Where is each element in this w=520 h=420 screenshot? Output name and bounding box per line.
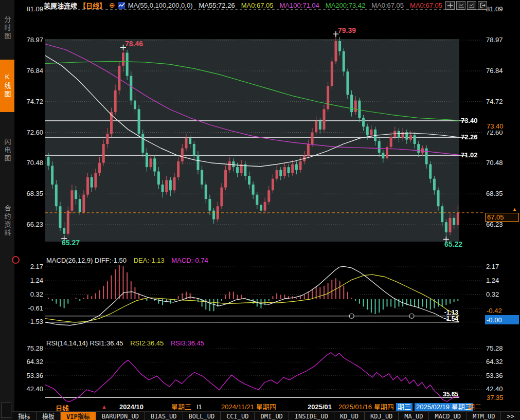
rsi3-label: RSI3:36.45 — [171, 339, 204, 347]
ma-value-label: MA100:71.04 — [280, 2, 319, 9]
period-arrow-icon: ▲ — [101, 404, 107, 410]
rsi-params-label: RSI(14,14,14) RSI1:36.45 — [46, 339, 123, 347]
rsi-header: RSI(14,14,14) RSI1:36.45 RSI2:36.45 RSI3… — [46, 339, 204, 347]
ma-value-label: MA0:67.05 — [241, 2, 274, 9]
rsi-tag-orange: 37.35 — [485, 394, 519, 401]
y-axis-label: 81.09 — [14, 5, 43, 13]
ma-settings: MA(55,0,100,200,0,0) — [128, 2, 193, 9]
sidebar: 分时图K线图闪电图合约资料 — [0, 0, 14, 420]
date-axis-label: 期三 — [396, 403, 413, 411]
bottom-tab[interactable]: CCI_UD — [221, 412, 255, 420]
y-axis-label: 70.48 — [486, 159, 518, 167]
add-indicator-icon[interactable]: ⊕ — [109, 2, 115, 9]
y-axis-label: 53.36 — [14, 372, 43, 380]
y-axis-label: 0.32 — [486, 290, 518, 299]
bottom-tab[interactable]: BOLL_UD — [183, 412, 221, 420]
export-button[interactable] — [478, 1, 487, 10]
right-axis-chart-button[interactable] — [467, 1, 476, 10]
y-axis-label: 72.60 — [14, 129, 43, 137]
macd-params-label: MACD(26,12,9) DIFF:-1.50 — [46, 257, 127, 264]
bottom-tab[interactable]: DMI_UD — [255, 412, 289, 420]
y-axis-label: 2.17 — [486, 263, 518, 271]
y-axis-label: 68.35 — [14, 190, 43, 198]
sidebar-item-lightning[interactable]: 闪电图 — [0, 125, 14, 176]
bottom-tab[interactable]: KDJ_UD — [365, 412, 399, 420]
y-axis-label: 66.23 — [14, 221, 43, 229]
rsi2-label: RSI2:36.45 — [130, 339, 164, 347]
left-axis-chart-icon — [458, 3, 464, 8]
ma-value-label: MA0:67.05 — [371, 2, 404, 9]
bottom-tab[interactable]: INSIDE_UD — [289, 412, 334, 420]
bottom-tab[interactable]: 模板 — [37, 412, 61, 420]
sidebar-item-kline[interactable]: K线图 — [0, 60, 14, 112]
y-axis-label: -1.53 — [14, 318, 43, 326]
period-badge[interactable]: 【日线】 — [79, 1, 106, 10]
bottom-tab[interactable]: MA_UD — [399, 412, 429, 420]
ma-values: MA55:72.26MA0:67.05MA100:71.04MA200:73.4… — [193, 2, 442, 9]
sidebar-item-label: K线图 — [3, 73, 12, 99]
chart-canvas[interactable] — [0, 0, 520, 420]
bottom-tab[interactable]: >> — [501, 412, 520, 420]
bottom-tab[interactable]: VIP指标 — [61, 412, 96, 420]
price-tag-7340: 73.40 — [485, 122, 519, 131]
y-axis-label: 78.97 — [14, 36, 43, 44]
price-line-label: 71.02 — [461, 151, 478, 159]
bottom-tab[interactable]: MACD_UD — [429, 412, 467, 420]
macd-tag-blue: -0.00 — [485, 315, 519, 324]
y-axis-label: 81.09 — [486, 5, 518, 13]
y-axis-label: 68.35 — [486, 190, 518, 198]
last-price-tag: 67.05 — [485, 213, 519, 222]
chart-toolbar — [445, 1, 487, 10]
y-axis-label: 64.32 — [14, 358, 43, 366]
y-axis-label: 75.28 — [486, 344, 518, 353]
y-axis-label: 42.40 — [486, 385, 518, 393]
panel-drag-handle[interactable] — [1, 403, 11, 418]
sidebar-item-label: 合约资料 — [3, 205, 12, 238]
y-axis-label: 1.24 — [14, 277, 43, 285]
y-axis-label: 76.84 — [486, 67, 518, 75]
right-axis-chart-icon — [469, 3, 475, 8]
bottom-tab[interactable]: BIAS_UD — [145, 412, 183, 420]
date-axis-label: 2025/01 — [308, 403, 332, 411]
bottom-tab[interactable]: MTM_UD — [467, 412, 501, 420]
date-axis-label: 2024/10 — [119, 403, 144, 411]
bottom-tab[interactable]: 指标 — [12, 412, 37, 420]
pan-icon — [447, 3, 453, 8]
macd-macd-label: MACD:-0.74 — [171, 257, 208, 264]
date-axis-label: 2025/02/19 星期三 — [415, 403, 473, 411]
date-axis-label: 2024/11/21 星期四 — [221, 403, 276, 411]
left-axis-chart-button[interactable] — [456, 1, 465, 10]
y-axis-label: 74.72 — [486, 98, 518, 106]
ma-value-label: MA55:72.26 — [199, 2, 235, 9]
export-icon — [480, 3, 486, 8]
sidebar-item-label: 分时图 — [3, 16, 12, 41]
kline-logo-icon — [118, 2, 125, 9]
sidebar-item-timeshare[interactable]: 分时图 — [0, 3, 14, 53]
ma-value-label: MA0:67.05 — [410, 2, 442, 9]
y-axis-label: -0.61 — [14, 304, 43, 313]
trading-app-window: 分时图K线图闪电图合约资料 美原油连续 【日线】 ⊕ MA(55,0,100,2… — [0, 0, 520, 420]
sidebar-item-label: 闪电图 — [3, 138, 12, 163]
macd-line-label: -1.54 — [427, 315, 458, 323]
y-axis-label: 74.72 — [14, 98, 43, 106]
high-price-annotation: 79.39 — [338, 27, 356, 34]
low-price-annotation: 65.22 — [444, 241, 462, 248]
y-axis-label: 76.84 — [14, 67, 43, 75]
bottom-tab[interactable]: KD_UD — [334, 412, 365, 420]
bottom-tab[interactable]: BARUPDN_UD — [96, 412, 145, 420]
indicator-tab-bar: 指标模板VIP指标BARUPDN_UDBIAS_UDBOLL_UDCCI_UDD… — [12, 411, 520, 420]
instrument-title: 美原油连续 — [44, 1, 77, 10]
macd-tag-orange: -0.42 — [485, 307, 519, 315]
pan-button[interactable] — [445, 1, 455, 10]
alert-circle-icon — [12, 256, 20, 264]
y-axis-label: 42.40 — [14, 385, 43, 393]
y-axis-label: 0.32 — [14, 290, 43, 299]
sidebar-item-contract-info[interactable]: 合约资料 — [0, 188, 14, 254]
price-up-arrow-icon: ▲ — [512, 207, 517, 212]
y-axis-label: 70.48 — [14, 159, 43, 167]
rsi-line-label: 35.65 — [427, 391, 458, 398]
date-axis-label: I1 — [196, 403, 202, 411]
y-axis-label: 66.23 — [486, 221, 518, 229]
high-price-annotation: 78.46 — [125, 40, 143, 47]
y-axis-label: 53.36 — [486, 372, 518, 380]
